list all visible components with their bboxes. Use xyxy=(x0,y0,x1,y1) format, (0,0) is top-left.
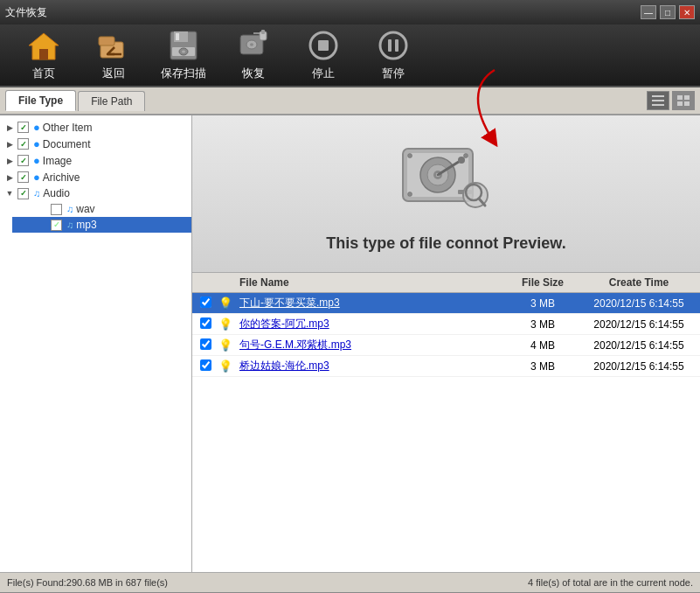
checkbox-mp3[interactable]: ✓ xyxy=(51,220,62,231)
svg-point-13 xyxy=(250,43,253,46)
row3-name: 句号-G.E.M.邓紫棋.mp3 xyxy=(236,338,508,352)
checkbox-image[interactable]: ✓ xyxy=(17,155,29,166)
back-button[interactable]: 返回 xyxy=(79,25,149,85)
row4-icon: 💡 xyxy=(218,359,236,373)
other-label: Other Item xyxy=(43,122,93,134)
right-panel: This type of file connot Preview. File N… xyxy=(192,115,700,572)
tree-item-audio[interactable]: ▼ ✓ ♫ Audio xyxy=(0,185,191,201)
status-bar: File(s) Found:290.68 MB in 687 file(s) 4… xyxy=(0,572,700,593)
svg-rect-7 xyxy=(176,33,179,40)
stop-button[interactable]: 停止 xyxy=(288,25,358,85)
archive-icon: ● xyxy=(33,171,40,184)
tree-item-document[interactable]: ▶ ✓ ● Document xyxy=(0,136,191,152)
main-area: ▶ ✓ ● Other Item ▶ ✓ ● Document ▶ ✓ ● Im… xyxy=(0,115,700,572)
other-icon: ● xyxy=(33,121,40,134)
tab-file-path[interactable]: File Path xyxy=(78,91,145,111)
tree-item-archive[interactable]: ▶ ✓ ● Arichive xyxy=(0,169,191,185)
close-button[interactable]: ✕ xyxy=(679,5,695,19)
hdd-illustration xyxy=(399,136,495,217)
wav-icon: ♫ xyxy=(66,204,73,214)
save-scan-label: 保存扫描 xyxy=(161,66,206,81)
view-toggles xyxy=(647,91,695,110)
row3-size: 4 MB xyxy=(508,339,578,352)
recover-button[interactable]: 恢复 xyxy=(218,25,288,85)
stop-icon xyxy=(306,29,341,62)
file-row-4[interactable]: 💡 桥边姑娘-海伦.mp3 3 MB 2020/12/15 6:14:55 xyxy=(192,356,700,377)
header-create-time: Create Time xyxy=(578,276,700,289)
tabs-bar: File Type File Path xyxy=(0,87,700,115)
checkbox-document[interactable]: ✓ xyxy=(17,138,29,150)
file-list: File Name File Size Create Time 💡 下山-要不要… xyxy=(192,273,700,572)
row2-size: 3 MB xyxy=(508,318,578,331)
tree-item-image[interactable]: ▶ ✓ ● Image xyxy=(0,152,191,169)
checkbox-audio[interactable]: ✓ xyxy=(17,188,29,199)
expander-mp3[interactable] xyxy=(37,219,49,231)
svg-rect-20 xyxy=(388,39,392,52)
audio-icon: ♫ xyxy=(33,188,40,199)
home-button[interactable]: 首页 xyxy=(9,25,79,85)
toolbar: 首页 返回 保存扫描 xyxy=(0,24,700,87)
document-label: Document xyxy=(43,138,91,150)
row1-check[interactable] xyxy=(192,296,218,310)
row3-time: 2020/12/15 6:14:55 xyxy=(578,339,700,352)
maximize-button[interactable]: □ xyxy=(660,5,676,19)
svg-point-39 xyxy=(463,153,468,157)
preview-area: This type of file connot Preview. xyxy=(192,115,700,273)
row1-name: 下山-要不要买菜.mp3 xyxy=(236,296,508,310)
expander-archive[interactable]: ▶ xyxy=(3,171,16,184)
row2-check[interactable] xyxy=(192,317,218,331)
pause-button[interactable]: 暂停 xyxy=(358,25,428,85)
row3-icon: 💡 xyxy=(218,338,236,352)
arrow-svg xyxy=(468,66,521,153)
save-scan-icon xyxy=(166,29,201,62)
header-file-size: File Size xyxy=(508,276,578,289)
expander-wav[interactable] xyxy=(37,203,49,215)
row3-check[interactable] xyxy=(192,338,218,352)
row4-size: 3 MB xyxy=(508,360,578,373)
file-list-header: File Name File Size Create Time xyxy=(192,273,700,293)
save-scan-button[interactable]: 保存扫描 xyxy=(149,25,218,85)
row1-time: 2020/12/15 6:14:55 xyxy=(578,297,700,310)
checkbox-wav[interactable] xyxy=(51,204,62,215)
svg-rect-21 xyxy=(395,39,399,52)
image-label: Image xyxy=(43,155,72,167)
svg-rect-1 xyxy=(39,49,48,59)
svg-rect-15 xyxy=(261,30,265,34)
row2-name: 你的答案-阿冗.mp3 xyxy=(236,317,508,331)
home-icon xyxy=(26,29,61,62)
tree-item-mp3[interactable]: ✓ ♫ mp3 xyxy=(12,217,191,233)
row4-check[interactable] xyxy=(192,359,218,373)
svg-rect-28 xyxy=(684,101,690,106)
app-title: 文件恢复 xyxy=(5,5,47,20)
row2-icon: 💡 xyxy=(218,317,236,331)
tab-file-type[interactable]: File Type xyxy=(5,90,76,111)
tree-item-wav[interactable]: ♫ wav xyxy=(12,201,191,217)
list-view-button[interactable] xyxy=(647,91,669,110)
expander-other[interactable]: ▶ xyxy=(3,122,16,134)
back-label: 返回 xyxy=(102,66,125,81)
minimize-button[interactable]: — xyxy=(641,5,656,19)
row4-name: 桥边姑娘-海伦.mp3 xyxy=(236,359,508,373)
header-file-name: File Name xyxy=(236,276,508,289)
expander-audio[interactable]: ▼ xyxy=(3,187,16,199)
archive-label: Arichive xyxy=(43,171,80,184)
row4-time: 2020/12/15 6:14:55 xyxy=(578,360,700,373)
left-panel: ▶ ✓ ● Other Item ▶ ✓ ● Document ▶ ✓ ● Im… xyxy=(0,115,192,572)
svg-point-40 xyxy=(407,192,412,196)
file-row-1[interactable]: 💡 下山-要不要买菜.mp3 3 MB 2020/12/15 6:14:55 xyxy=(192,293,700,314)
document-icon: ● xyxy=(33,137,40,150)
header-icon-spacer xyxy=(218,276,236,289)
file-row-3[interactable]: 💡 句号-G.E.M.邓紫棋.mp3 4 MB 2020/12/15 6:14:… xyxy=(192,335,700,356)
pause-label: 暂停 xyxy=(382,66,405,81)
grid-view-button[interactable] xyxy=(672,91,695,110)
recover-label: 恢复 xyxy=(242,66,265,81)
checkbox-archive[interactable]: ✓ xyxy=(17,171,29,183)
expander-image[interactable]: ▶ xyxy=(3,155,16,167)
checkbox-other[interactable]: ✓ xyxy=(17,122,29,133)
file-row-2[interactable]: 💡 你的答案-阿冗.mp3 3 MB 2020/12/15 6:14:55 xyxy=(192,314,700,335)
mp3-icon: ♫ xyxy=(66,220,73,230)
expander-document[interactable]: ▶ xyxy=(3,138,16,150)
svg-rect-23 xyxy=(652,100,664,101)
tree-item-other[interactable]: ▶ ✓ ● Other Item xyxy=(0,119,191,136)
svg-rect-25 xyxy=(677,95,683,100)
